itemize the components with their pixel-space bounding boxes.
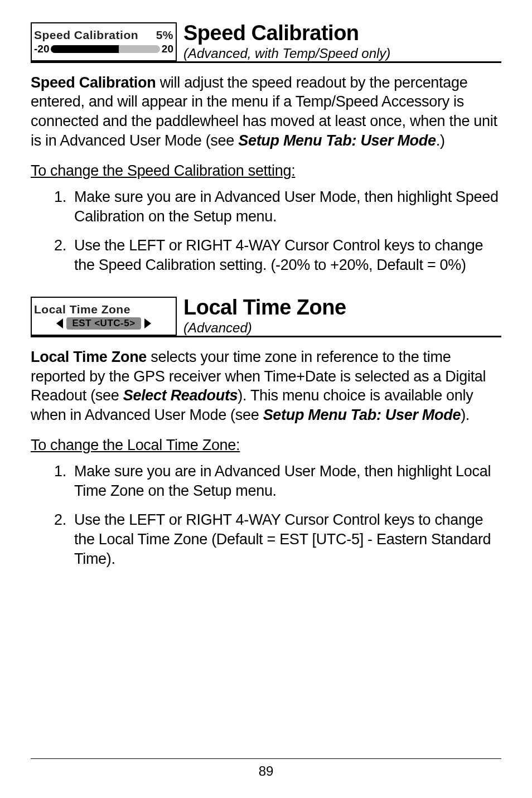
section-subtitle: (Advanced): [183, 320, 501, 336]
body-tail-3: ).: [461, 407, 470, 423]
inset-label-row: Speed Calibration 5%: [34, 28, 173, 42]
section-subtitle: (Advanced, with Temp/Speed only): [183, 46, 501, 61]
select-row: EST <UTC-5>: [34, 316, 173, 330]
slider-row: -20 20: [34, 42, 173, 55]
step-item: Make sure you are in Advanced User Mode,…: [54, 462, 501, 500]
procedure-title: To change the Speed Calibration setting:: [31, 162, 501, 180]
chevron-right-icon: [144, 318, 151, 328]
step-item: Use the LEFT or RIGHT 4-WAY Cursor Contr…: [54, 510, 501, 568]
slider-track: [51, 45, 159, 53]
lead-term: Local Time Zone: [31, 349, 147, 365]
chevron-left-icon: [56, 318, 63, 328]
menu-inset-select: Local Time Zone EST <UTC-5>: [31, 297, 177, 336]
lead-term: Speed Calibration: [31, 74, 156, 91]
body-paragraph: Local Time Zone selects your time zone i…: [31, 347, 501, 424]
slider-min: -20: [34, 43, 49, 55]
step-list: Make sure you are in Advanced User Mode,…: [31, 462, 501, 568]
step-item: Make sure you are in Advanced User Mode,…: [54, 187, 501, 226]
body-tail: .): [436, 132, 445, 149]
step-item: Use the LEFT or RIGHT 4-WAY Cursor Contr…: [54, 236, 501, 274]
section-local-time-zone: Local Time Zone EST <UTC-5> Local Time Z…: [31, 297, 501, 568]
procedure-title: To change the Local Time Zone:: [31, 437, 501, 454]
heading-row: Speed Calibration 5% -20 20 Speed Calibr…: [31, 22, 501, 63]
inset-label: Speed Calibration: [34, 28, 138, 42]
page-footer: 89: [31, 758, 501, 779]
section-speed-calibration: Speed Calibration 5% -20 20 Speed Calibr…: [31, 22, 501, 274]
heading-row: Local Time Zone EST <UTC-5> Local Time Z…: [31, 297, 501, 337]
section-title: Speed Calibration: [183, 22, 501, 45]
body-paragraph: Speed Calibration will adjust the speed …: [31, 73, 501, 150]
select-value: EST <UTC-5>: [66, 317, 141, 330]
italic-ref-2: Setup Menu Tab: User Mode: [263, 407, 461, 423]
italic-ref: Select Readouts: [123, 387, 238, 404]
section-title: Local Time Zone: [183, 297, 501, 319]
heading-text: Local Time Zone (Advanced): [183, 297, 501, 336]
inset-label: Local Time Zone: [34, 303, 130, 316]
page-number: 89: [259, 763, 274, 778]
italic-ref: Setup Menu Tab: User Mode: [238, 132, 436, 149]
slider-max: 20: [162, 43, 173, 55]
inset-value: 5%: [156, 28, 173, 42]
step-list: Make sure you are in Advanced User Mode,…: [31, 187, 501, 274]
menu-inset-slider: Speed Calibration 5% -20 20: [31, 22, 177, 61]
heading-text: Speed Calibration (Advanced, with Temp/S…: [183, 22, 501, 61]
inset-label-row: Local Time Zone: [34, 303, 173, 316]
